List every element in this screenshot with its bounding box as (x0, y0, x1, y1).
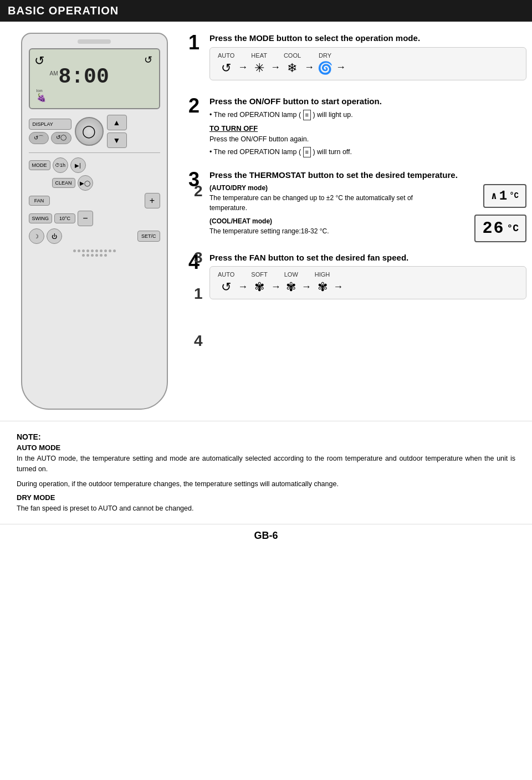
fan-high: HIGH ✾ (315, 271, 330, 294)
fan-button[interactable]: FAN (29, 196, 50, 206)
mode-dry: DRY 🌀 (318, 52, 332, 75)
mode-auto: AUTO ↺ (218, 52, 234, 75)
temp-minus-button[interactable]: − (78, 211, 93, 226)
button-row-1: DISPLAY ↺⌒ ↺◯ ◯ ▲ ▼ (29, 115, 160, 148)
remote-control: ↺ ↺ AM 8:00 Ion 🍇 DISPLAY ↺⌒ (21, 33, 168, 410)
step-3-content: Press the THERMOSTAT button to set the d… (209, 170, 526, 242)
step-3-left: (AUTO/DRY mode) The temperature can be c… (209, 184, 446, 242)
thermostat-up-button[interactable]: ▲ (107, 115, 127, 130)
fan-low-icon: ✾ (286, 280, 296, 294)
turn-off-text: Press the ON/OFF button again. (209, 135, 526, 145)
fan-high-icon: ✾ (318, 280, 328, 294)
arrow-2: → (270, 62, 280, 73)
step-3-title: Press the THERMOSTAT button to set the d… (209, 170, 526, 181)
mode-auto-label: AUTO (218, 52, 234, 59)
mode-auto-icon: ↺ (221, 61, 231, 75)
step-3-right: ∧ 1 °C 26 °C (454, 184, 526, 242)
mode-cool: COOL ❄ (284, 52, 301, 75)
page-header: BASIC OPERATION (0, 0, 532, 22)
timer-set-button[interactable]: ▶| (70, 157, 86, 173)
clean-button[interactable]: CLEAN (52, 178, 75, 188)
display-button[interactable]: DISPLAY (29, 119, 71, 130)
screen-auto-icon: ↺ (34, 54, 44, 68)
fan-arrow-4: → (333, 281, 343, 293)
mode-cool-label: COOL (284, 52, 301, 59)
header-title: BASIC OPERATION (8, 4, 119, 17)
page-number-text: GB-6 (254, 530, 278, 541)
sleep-button[interactable]: ☽ (29, 228, 44, 244)
setc-button[interactable]: SET/C (137, 231, 160, 242)
mode-heat-icon: ✳ (254, 61, 264, 75)
mode-dry-label: DRY (319, 52, 331, 59)
fan-soft: SOFT ✾ (251, 271, 267, 294)
step-2-content: Press the ON/OFF button to start operati… (209, 96, 526, 160)
callout-number-1: 1 (194, 285, 203, 303)
fan-high-label: HIGH (315, 271, 330, 278)
arc-button-1[interactable]: ↺⌒ (29, 132, 49, 144)
step-2-number: 2 (188, 96, 204, 116)
step-3: 3 Press the THERMOSTAT button to set the… (188, 170, 526, 242)
timer-on-button[interactable]: ⏱1h (53, 157, 68, 173)
lamp-icon-1: ≡ (303, 110, 311, 120)
mode-cool-icon: ❄ (287, 61, 297, 75)
remote-speaker (72, 249, 116, 257)
fan-auto: AUTO ↺ (218, 271, 234, 294)
lower-buttons-section: MODE ⏱1h ▶| CLEAN ▶◯ FAN + (29, 152, 160, 244)
step-4-title: Press the FAN button to set the desired … (209, 252, 526, 263)
fan-diagram: AUTO ↺ → SOFT ✾ → LOW ✾ → HIGH (209, 266, 526, 299)
callout-number-2: 2 (194, 182, 203, 200)
page-number: GB-6 (0, 524, 532, 550)
power-button[interactable]: ⏻ (47, 228, 62, 244)
step-2: 2 Press the ON/OFF button to start opera… (188, 96, 526, 160)
timer-off-button[interactable]: ▶◯ (78, 175, 93, 191)
note-title: NOTE: (17, 432, 515, 441)
step-1-number: 1 (188, 33, 204, 53)
fan-soft-icon: ✾ (254, 280, 264, 294)
arc-button-2[interactable]: ↺◯ (51, 132, 71, 144)
auto-mode-heading: AUTO MODE (17, 443, 515, 452)
auto-dry-text: The temperature can be changed up to ±2 … (209, 193, 446, 213)
dry-mode-text: The fan speed is preset to AUTO and cann… (17, 503, 515, 514)
cool-heat-text: The temperature setting range:18-32 °C. (209, 226, 446, 236)
onoff-button[interactable]: ◯ (75, 117, 104, 146)
fan-arrow-3: → (301, 281, 311, 293)
thermostat-down-button[interactable]: ▼ (107, 132, 127, 148)
step-1: 1 Press the MODE button to select the op… (188, 33, 526, 86)
arrow-4: → (336, 62, 346, 73)
screen-icon2: ↺ (144, 54, 152, 68)
temp-cool-display: 26 °C (474, 215, 526, 242)
auto-mode-text1: In the AUTO mode, the temperature settin… (17, 453, 515, 475)
callout-number-4: 4 (194, 332, 203, 350)
arrow-3: → (304, 62, 314, 73)
step-1-title: Press the MODE button to select the oper… (209, 33, 526, 44)
mode-dry-icon: 🌀 (318, 61, 332, 75)
temp10c-button[interactable]: 10°C (54, 213, 75, 223)
mode-button[interactable]: MODE (29, 160, 50, 170)
fan-auto-label: AUTO (218, 271, 234, 278)
lamp-icon-2: ≡ (303, 147, 311, 157)
turn-off-title: TO TURN OFF (209, 124, 258, 132)
step-2-bullet2: • The red OPERATION lamp ( ≡ ) will turn… (209, 147, 526, 157)
arrow-1: → (238, 62, 248, 73)
step-4-content: Press the FAN button to set the desired … (209, 252, 526, 300)
temp-plus-button[interactable]: + (145, 193, 160, 208)
lower-row-3: FAN + (29, 193, 160, 208)
step-4: 4 Press the FAN button to set the desire… (188, 252, 526, 300)
step-2-bullet1: • The red OPERATION lamp ( ≡ ) will ligh… (209, 110, 526, 120)
cool-heat-title: (COOL/HEAT mode) (209, 217, 446, 225)
screen-ion-label: Ion 🍇 (37, 88, 46, 102)
step-2-title: Press the ON/OFF button to start operati… (209, 96, 526, 107)
step-1-content: Press the MODE button to select the oper… (209, 33, 526, 86)
mode-heat: HEAT ✳ (251, 52, 267, 75)
fan-arrow-1: → (238, 281, 248, 293)
fan-low: LOW ✾ (284, 271, 298, 294)
note-section: NOTE: AUTO MODE In the AUTO mode, the te… (0, 421, 532, 524)
fan-arrow-2: → (271, 281, 281, 293)
swing-button[interactable]: SWING (29, 213, 53, 223)
instructions-area: 1 Press the MODE button to select the op… (177, 33, 526, 410)
temp-auto-display: ∧ 1 °C (483, 184, 526, 208)
auto-dry-title: (AUTO/DRY mode) (209, 184, 446, 192)
fan-auto-icon: ↺ (221, 280, 231, 294)
step-3-layout: (AUTO/DRY mode) The temperature can be c… (209, 184, 526, 242)
lower-row-2: CLEAN ▶◯ (29, 175, 160, 191)
